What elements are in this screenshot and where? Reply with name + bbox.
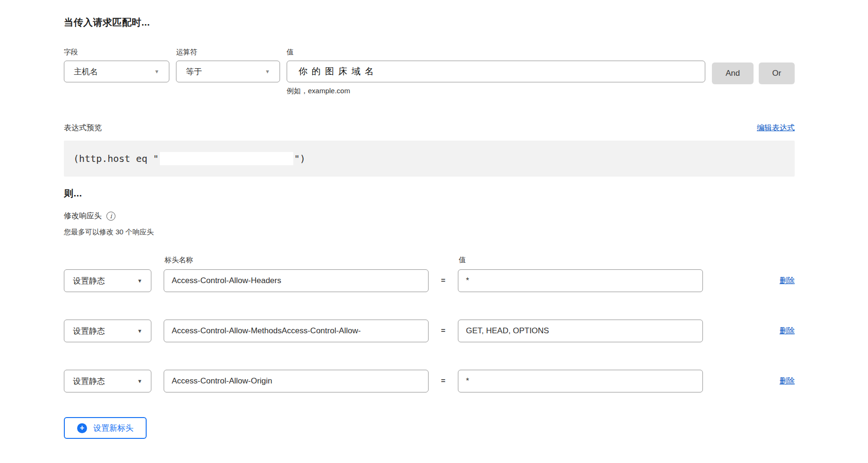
equals-sign: = [429,327,458,335]
remove-header-link[interactable]: 删除 [780,276,795,285]
expression-preview-label: 表达式预览 [64,123,102,133]
equals-sign: = [429,276,458,285]
value-label: 值 [287,48,705,57]
header-action-select[interactable]: 设置静态 ▼ [64,370,151,392]
plus-icon: + [77,423,87,433]
header-value-input[interactable] [458,320,703,342]
chevron-down-icon: ▼ [137,278,142,284]
field-label: 字段 [64,48,169,57]
remove-header-wrap: 删除 [780,326,795,336]
header-row: 设置静态 ▼ = 删除 [64,320,795,342]
action-row: 修改响应头 i [64,211,795,221]
operator-group: 运算符 等于 ▼ [176,48,280,96]
header-value-input[interactable] [458,269,703,292]
header-name-input[interactable] [164,370,429,392]
chevron-down-icon: ▼ [265,69,270,74]
column-spacer [64,256,165,265]
remove-header-wrap: 删除 [780,276,795,286]
value-input[interactable] [287,61,705,82]
field-select-value: 主机名 [74,66,98,77]
edit-expression-link[interactable]: 编辑表达式 [757,123,795,133]
add-header-button[interactable]: + 设置新标头 [64,417,147,439]
header-name-input[interactable] [164,320,429,342]
or-button[interactable]: Or [759,62,795,84]
header-name-column-label: 标头名称 [165,256,459,265]
value-hint: 例如，example.com [287,87,705,96]
header-action-select[interactable]: 设置静态 ▼ [64,269,151,292]
header-action-value: 设置静态 [73,376,105,387]
chevron-down-icon: ▼ [154,69,159,74]
operator-select-value: 等于 [186,66,202,77]
header-value-input[interactable] [458,370,703,392]
redacted-value-box [160,152,293,165]
info-icon[interactable]: i [106,212,115,221]
header-name-input[interactable] [164,269,429,292]
expression-preview-box: (http.host eq "") [64,141,795,177]
value-group: 值 例如，example.com [287,48,705,96]
and-button[interactable]: And [712,62,754,84]
header-row: 设置静态 ▼ = 删除 [64,370,795,392]
field-select[interactable]: 主机名 ▼ [64,61,169,82]
modify-response-header-label: 修改响应头 [64,211,102,221]
header-action-value: 设置静态 [73,326,105,337]
chevron-down-icon: ▼ [137,329,142,334]
remove-header-link[interactable]: 删除 [780,327,795,335]
then-section-title: 则... [64,187,795,200]
header-column-labels: 标头名称 值 [64,256,795,265]
remove-header-wrap: 删除 [780,376,795,386]
expression-header: 表达式预览 编辑表达式 [64,123,795,133]
header-action-select[interactable]: 设置静态 ▼ [64,320,151,342]
add-header-button-label: 设置新标头 [93,423,133,434]
operator-label: 运算符 [176,48,280,57]
header-row: 设置静态 ▼ = 删除 [64,269,795,292]
rule-editor: 当传入请求匹配时... 字段 主机名 ▼ 运算符 等于 ▼ 值 例如，examp… [64,0,795,439]
match-section-title: 当传入请求匹配时... [64,16,795,29]
remove-header-link[interactable]: 删除 [780,377,795,385]
chevron-down-icon: ▼ [137,379,142,384]
header-limit-note: 您最多可以修改 30 个响应头 [64,228,795,237]
field-group: 字段 主机名 ▼ [64,48,169,96]
header-value-column-label: 值 [459,256,466,265]
operator-select[interactable]: 等于 ▼ [176,61,280,82]
expression-code: (http.host eq "") [73,152,306,165]
condition-row: 字段 主机名 ▼ 运算符 等于 ▼ 值 例如，example.com And O… [64,48,795,96]
header-action-value: 设置静态 [73,276,105,286]
equals-sign: = [429,377,458,385]
